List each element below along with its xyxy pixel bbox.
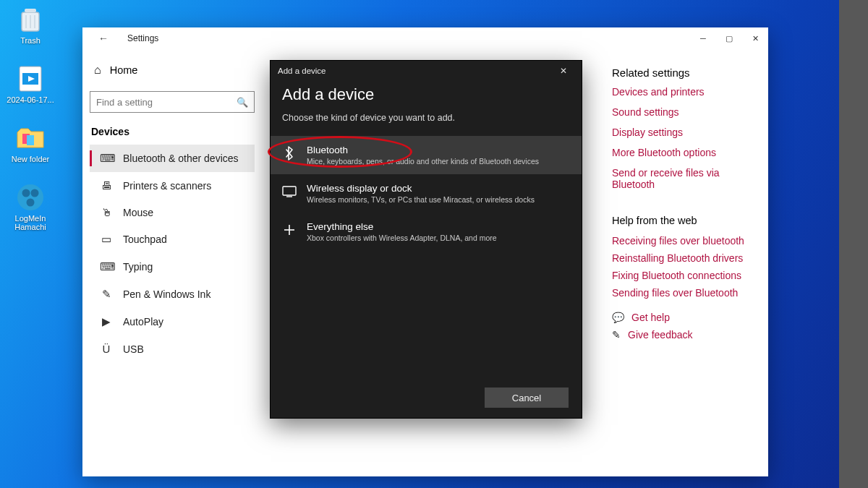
settings-sidebar: ⌂ Home 🔍 Devices ⌨ Bluetooth & other dev… bbox=[82, 49, 262, 476]
sidebar-item-label: Mouse bbox=[123, 207, 153, 218]
hamachi-icon bbox=[15, 182, 46, 213]
sidebar-item-typing[interactable]: ⌨ Typing bbox=[90, 253, 255, 281]
sidebar-item-touchpad[interactable]: ▭ Touchpad bbox=[90, 226, 255, 253]
sidebar-item-label: USB bbox=[123, 343, 144, 355]
sidebar-home-label: Home bbox=[110, 64, 138, 76]
home-icon: ⌂ bbox=[94, 64, 101, 77]
link-more-bluetooth-options[interactable]: More Bluetooth options bbox=[612, 147, 751, 158]
svg-point-10 bbox=[17, 184, 43, 210]
sidebar-item-label: Printers & scanners bbox=[123, 180, 211, 192]
device-type-options: Bluetooth Mice, keyboards, pens, or audi… bbox=[271, 136, 582, 251]
sidebar-list: ⌨ Bluetooth & other devices 🖶 Printers &… bbox=[90, 145, 255, 362]
folder-icon bbox=[15, 123, 46, 153]
get-help-link[interactable]: Get help bbox=[631, 312, 670, 323]
desktop-icon-video-file[interactable]: 2024-06-17... bbox=[4, 64, 56, 104]
sidebar-item-autoplay[interactable]: ▶ AutoPlay bbox=[90, 308, 255, 335]
search-icon: 🔍 bbox=[237, 97, 248, 108]
option-title: Everything else bbox=[307, 221, 497, 232]
close-button[interactable]: ✕ bbox=[742, 28, 768, 48]
desktop-icon-label: LogMeIn Hamachi bbox=[4, 214, 56, 231]
option-desc: Wireless monitors, TVs, or PCs that use … bbox=[307, 195, 535, 204]
help-from-web-heading: Help from the web bbox=[612, 215, 751, 226]
sidebar-item-pen[interactable]: ✎ Pen & Windows Ink bbox=[90, 281, 255, 308]
screenshot-gray-margin-right bbox=[839, 0, 868, 488]
printer-icon: 🖶 bbox=[100, 179, 113, 192]
sidebar-item-bluetooth[interactable]: ⌨ Bluetooth & other devices bbox=[90, 145, 255, 172]
minimize-button[interactable]: ─ bbox=[690, 28, 716, 48]
link-display-settings[interactable]: Display settings bbox=[612, 127, 751, 138]
trash-icon bbox=[15, 4, 46, 35]
usb-icon: Ü bbox=[100, 343, 113, 355]
sidebar-item-label: AutoPlay bbox=[123, 316, 163, 328]
option-desc: Xbox controllers with Wireless Adapter, … bbox=[307, 234, 497, 242]
sidebar-item-usb[interactable]: Ü USB bbox=[90, 335, 255, 362]
plus-icon bbox=[282, 223, 297, 237]
get-help-icon: 💬 bbox=[612, 312, 624, 323]
typing-icon: ⌨ bbox=[100, 260, 113, 273]
svg-point-11 bbox=[22, 189, 30, 197]
link-devices-and-printers[interactable]: Devices and printers bbox=[612, 86, 751, 98]
help-links: Receiving files over bluetooth Reinstall… bbox=[612, 235, 751, 299]
dialog-subheading: Choose the kind of device you want to ad… bbox=[282, 113, 570, 123]
sidebar-item-label: Typing bbox=[123, 261, 153, 273]
option-title: Bluetooth bbox=[307, 145, 539, 155]
sidebar-item-label: Pen & Windows Ink bbox=[123, 288, 210, 300]
get-help-row[interactable]: 💬 Get help bbox=[612, 312, 751, 323]
link-receiving-files-bluetooth[interactable]: Receiving files over bluetooth bbox=[612, 235, 751, 247]
dialog-heading: Add a device bbox=[282, 85, 570, 104]
svg-rect-14 bbox=[283, 187, 296, 195]
bluetooth-icon bbox=[282, 146, 297, 160]
link-sending-files-bluetooth[interactable]: Sending files over Bluetooth bbox=[612, 287, 751, 299]
option-everything-else[interactable]: Everything else Xbox controllers with Wi… bbox=[271, 213, 582, 251]
desktop-icon-hamachi[interactable]: LogMeIn Hamachi bbox=[4, 182, 56, 231]
maximize-button[interactable]: ▢ bbox=[716, 28, 742, 48]
desktop-icon-label: Trash bbox=[20, 36, 41, 45]
option-bluetooth[interactable]: Bluetooth Mice, keyboards, pens, or audi… bbox=[271, 136, 582, 174]
sidebar-item-printers[interactable]: 🖶 Printers & scanners bbox=[90, 172, 255, 199]
option-wireless-display[interactable]: Wireless display or dock Wireless monito… bbox=[271, 174, 582, 213]
desktop-icons-column: Trash 2024-06-17... New folder LogMeIn H… bbox=[4, 4, 56, 231]
find-setting-search[interactable]: 🔍 bbox=[90, 91, 255, 113]
search-input[interactable] bbox=[96, 97, 237, 108]
link-sound-settings[interactable]: Sound settings bbox=[612, 106, 751, 118]
add-device-dialog: Add a device ✕ Add a device Choose the k… bbox=[271, 61, 582, 418]
option-desc: Mice, keyboards, pens, or audio and othe… bbox=[307, 157, 539, 166]
dialog-titlebar-text: Add a device bbox=[278, 67, 326, 75]
link-fixing-bluetooth-connections[interactable]: Fixing Bluetooth connections bbox=[612, 270, 751, 281]
desktop-icon-new-folder[interactable]: New folder bbox=[4, 123, 56, 163]
window-title: Settings bbox=[127, 33, 158, 43]
back-button[interactable]: ← bbox=[93, 30, 114, 47]
svg-point-12 bbox=[31, 189, 39, 197]
related-settings-links: Devices and printers Sound settings Disp… bbox=[612, 86, 751, 190]
svg-point-13 bbox=[27, 199, 35, 207]
video-file-icon bbox=[15, 64, 46, 94]
related-settings-heading: Related settings bbox=[612, 67, 751, 79]
link-send-receive-bluetooth[interactable]: Send or receive files via Bluetooth bbox=[612, 167, 751, 190]
dialog-close-button[interactable]: ✕ bbox=[553, 62, 574, 80]
desktop-background: Trash 2024-06-17... New folder LogMeIn H… bbox=[0, 0, 868, 488]
sidebar-home[interactable]: ⌂ Home bbox=[90, 59, 255, 81]
bluetooth-icon: ⌨ bbox=[100, 152, 113, 165]
cancel-button[interactable]: Cancel bbox=[485, 388, 569, 408]
sidebar-item-label: Bluetooth & other devices bbox=[123, 153, 239, 164]
window-controls: ─ ▢ ✕ bbox=[690, 28, 768, 48]
sidebar-item-mouse[interactable]: 🖱 Mouse bbox=[90, 199, 255, 226]
mouse-icon: 🖱 bbox=[100, 206, 113, 218]
desktop-icon-label: 2024-06-17... bbox=[7, 95, 54, 104]
desktop-icon-trash[interactable]: Trash bbox=[4, 4, 56, 45]
sidebar-item-label: Touchpad bbox=[123, 234, 167, 245]
pen-icon: ✎ bbox=[100, 288, 113, 301]
autoplay-icon: ▶ bbox=[100, 315, 113, 328]
desktop-icon-label: New folder bbox=[12, 155, 50, 163]
give-feedback-link[interactable]: Give feedback bbox=[628, 329, 693, 341]
feedback-icon: ✎ bbox=[612, 329, 621, 341]
svg-rect-9 bbox=[27, 135, 34, 145]
svg-rect-1 bbox=[25, 9, 36, 12]
touchpad-icon: ▭ bbox=[100, 233, 113, 246]
option-title: Wireless display or dock bbox=[307, 183, 535, 194]
give-feedback-row[interactable]: ✎ Give feedback bbox=[612, 329, 751, 341]
link-reinstalling-bluetooth-drivers[interactable]: Reinstalling Bluetooth drivers bbox=[612, 252, 751, 264]
dialog-titlebar: Add a device ✕ bbox=[271, 61, 582, 81]
window-titlebar: ← Settings ─ ▢ ✕ bbox=[82, 27, 768, 49]
display-icon bbox=[282, 184, 297, 199]
